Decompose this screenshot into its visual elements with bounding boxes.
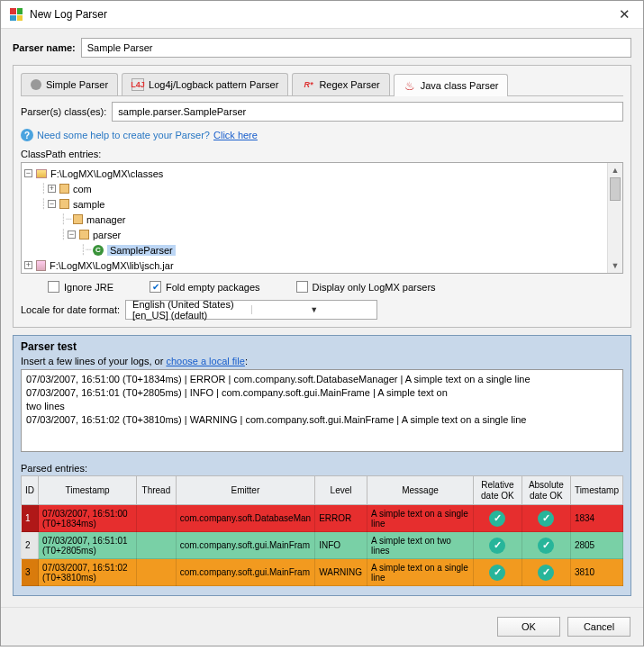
tree-node[interactable]: F:\LogMX\LogMX\lib\jsch.jar	[50, 260, 174, 271]
collapse-icon[interactable]: −	[24, 169, 32, 177]
dialog-window: New Log Parser ✕ Parser name: Simple Par…	[0, 0, 644, 646]
check-icon: ✓	[538, 565, 554, 581]
locale-label: Locale for date format:	[21, 304, 120, 315]
classpath-tree[interactable]: −F:\LogMX\LogMX\classes ┊+com ┊−sample ┊…	[21, 162, 623, 274]
check-icon: ✓	[489, 565, 505, 581]
tree-node[interactable]: F:\LogMX\LogMX\classes	[50, 168, 163, 179]
table-row[interactable]: 207/03/2007, 16:51:01 (T0+2805ms)com.com…	[22, 532, 623, 559]
col-message[interactable]: Message	[367, 476, 474, 505]
col-rel-date[interactable]: Relative date OK	[474, 476, 522, 505]
check-icon: ✓	[489, 511, 505, 527]
package-icon	[73, 214, 83, 224]
parser-test-panel: Parser test Insert a few lines of your l…	[13, 335, 631, 596]
col-id[interactable]: ID	[22, 476, 39, 505]
help-link[interactable]: Click here	[213, 130, 258, 140]
tree-node[interactable]: parser	[93, 230, 121, 240]
expand-icon[interactable]: +	[24, 261, 32, 269]
window-title: New Log Parser	[30, 8, 107, 21]
tree-node[interactable]: manager	[86, 214, 125, 225]
tree-node[interactable]: sample	[73, 199, 104, 210]
parser-classes-label: Parser(s) class(es):	[21, 106, 106, 117]
scroll-down-icon[interactable]: ▼	[608, 258, 622, 273]
parser-name-input[interactable]	[81, 38, 631, 58]
close-icon[interactable]: ✕	[615, 6, 634, 23]
collapse-icon[interactable]: −	[68, 231, 76, 239]
table-row[interactable]: 307/03/2007, 16:51:02 (T0+3810ms)com.com…	[22, 559, 623, 586]
log-input-area[interactable]	[21, 369, 623, 452]
package-icon	[59, 184, 69, 194]
ignore-jre-checkbox[interactable]: Ignore JRE	[48, 281, 113, 293]
titlebar: New Log Parser ✕	[1, 1, 643, 29]
tab-java-class-parser[interactable]: ♨Java class Parser	[394, 74, 509, 96]
check-icon: ✓	[538, 511, 554, 527]
gear-icon	[31, 79, 41, 90]
locale-dropdown[interactable]: English (United States) [en_US] (default…	[125, 300, 377, 320]
package-icon	[59, 199, 69, 209]
tree-node[interactable]: com	[73, 184, 92, 194]
col-abs-date[interactable]: Absolute date OK	[522, 476, 570, 505]
jar-icon	[36, 260, 46, 271]
tabstrip: Simple Parser L4JLog4j/Logback pattern P…	[21, 73, 623, 96]
check-icon: ✓	[538, 538, 554, 554]
help-row: ? Need some help to create your Parser? …	[21, 129, 623, 141]
col-timestamp[interactable]: Timestamp	[39, 476, 137, 505]
parsed-entries-label: Parsed entries:	[21, 463, 623, 474]
scrollbar[interactable]: ▲ ▼	[607, 163, 622, 273]
parser-test-title: Parser test	[21, 340, 623, 353]
folder-icon	[36, 169, 47, 178]
log4j-icon: L4J	[132, 78, 144, 91]
parser-test-subtitle: Insert a few lines of your logs, or choo…	[21, 356, 623, 366]
dialog-footer: OK Cancel	[1, 607, 643, 646]
tab-log4j-parser[interactable]: L4JLog4j/Logback pattern Parser	[122, 73, 288, 95]
table-row[interactable]: 107/03/2007, 16:51:00 (T0+1834ms)com.com…	[22, 505, 623, 532]
ok-button[interactable]: OK	[497, 617, 560, 637]
parsed-entries-table: ID Timestamp Thread Emitter Level Messag…	[21, 475, 623, 586]
help-icon: ?	[21, 129, 33, 141]
tree-node-selected[interactable]: SampleParser	[107, 245, 176, 256]
choose-file-link[interactable]: choose a local file	[166, 356, 244, 366]
check-icon: ✓	[489, 538, 505, 554]
class-icon: C	[93, 245, 104, 256]
tab-panel: Simple Parser L4JLog4j/Logback pattern P…	[13, 65, 631, 328]
cancel-button[interactable]: Cancel	[567, 617, 630, 637]
scroll-thumb[interactable]	[610, 177, 621, 201]
col-emitter[interactable]: Emitter	[176, 476, 314, 505]
classpath-label: ClassPath entries:	[21, 149, 618, 159]
col-timestamp2[interactable]: Timestamp	[570, 476, 622, 505]
fold-packages-checkbox[interactable]: ✔Fold empty packages	[150, 281, 260, 293]
help-text: Need some help to create your Parser?	[37, 130, 210, 140]
logmx-only-checkbox[interactable]: Display only LogMX parsers	[296, 281, 436, 293]
regex-icon: R*	[302, 78, 314, 91]
expand-icon[interactable]: +	[48, 185, 56, 193]
tab-regex-parser[interactable]: R*Regex Parser	[292, 73, 389, 95]
col-level[interactable]: Level	[315, 476, 367, 505]
parser-name-label: Parser name:	[13, 42, 76, 53]
collapse-icon[interactable]: −	[48, 200, 56, 208]
package-icon	[79, 230, 89, 240]
col-thread[interactable]: Thread	[137, 476, 177, 505]
app-icon	[10, 8, 23, 21]
scroll-up-icon[interactable]: ▲	[608, 163, 622, 177]
java-icon: ♨	[404, 79, 416, 92]
parser-classes-input[interactable]	[112, 102, 623, 122]
tab-simple-parser[interactable]: Simple Parser	[21, 73, 118, 95]
chevron-down-icon: ▼	[251, 305, 377, 314]
